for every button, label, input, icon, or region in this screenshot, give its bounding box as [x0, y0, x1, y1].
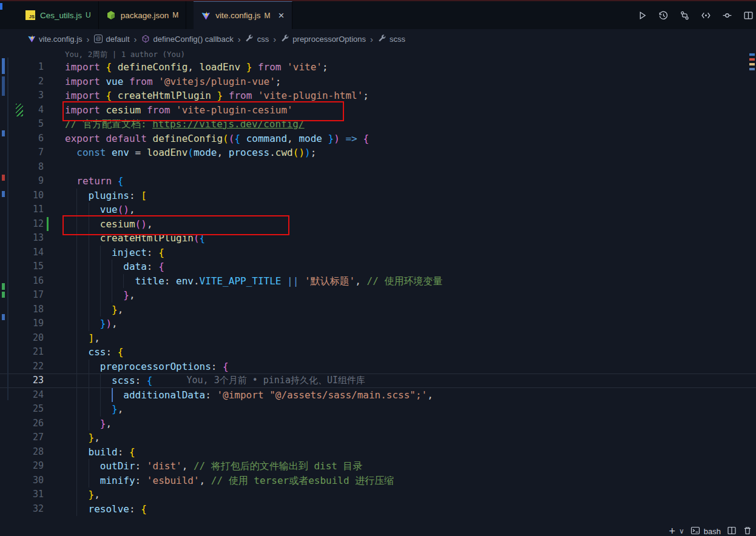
- code-text: outDir: 'dist', // 将打包后的文件输出到 dist 目录: [65, 459, 363, 474]
- breadcrumb-item-scss[interactable]: scss: [377, 35, 405, 44]
- editor-toolbar: [635, 1, 756, 29]
- overview-ruler[interactable]: [748, 49, 756, 536]
- code-line-23[interactable]: 23 scss: {You, 3个月前 • pinia持久化、UI组件库: [0, 374, 756, 388]
- ruler-tick: [749, 68, 755, 70]
- code-line-27[interactable]: 27 },: [0, 430, 756, 445]
- code-line-31[interactable]: 31 },: [0, 487, 756, 502]
- breadcrumb-item-css[interactable]: css: [245, 35, 269, 44]
- code-text: build: {: [65, 445, 135, 460]
- indent-guide: [76, 231, 77, 246]
- indent-guide: [76, 288, 77, 303]
- code-line-20[interactable]: 20 ],: [0, 331, 756, 346]
- code-line-28[interactable]: 28 build: {: [0, 445, 756, 460]
- code-lines: 1import { defineConfig, loadEnv } from '…: [0, 60, 756, 516]
- indent-guide: [76, 317, 77, 331]
- code-line-26[interactable]: 26 },: [0, 417, 756, 431]
- code-line-11[interactable]: 11 vue(),: [0, 203, 756, 217]
- code-line-21[interactable]: 21 css: {: [0, 345, 756, 360]
- decoration-mark: [2, 292, 5, 298]
- code-line-10[interactable]: 10 plugins: [: [0, 189, 756, 203]
- tab-Ces_utils.js[interactable]: JSCes_utils.jsU: [18, 1, 99, 29]
- vite-icon-small: [27, 35, 36, 44]
- chevron-right-icon: ›: [134, 34, 137, 44]
- tab-label: package.json: [121, 11, 169, 20]
- terminal-dropdown-icon[interactable]: ∨: [679, 527, 684, 535]
- indent-guide: [112, 274, 112, 289]
- breadcrumb-item-vite-config-js[interactable]: vite.config.js: [27, 35, 83, 44]
- symbol-property-icon: [245, 35, 254, 44]
- split-editor-icon[interactable]: [720, 8, 734, 22]
- indent-guide: [100, 274, 101, 289]
- code-line-8[interactable]: 8: [0, 160, 756, 175]
- decoration-mark: [2, 283, 5, 290]
- code-text: data: {: [65, 260, 164, 274]
- ruler-tick: [749, 53, 755, 56]
- code-line-17[interactable]: 17 },: [0, 288, 756, 303]
- code-line-7[interactable]: 7 const env = loadEnv(mode, process.cwd(…: [0, 146, 756, 160]
- decoration-mark: [2, 76, 5, 96]
- code-line-15[interactable]: 15 data: {: [0, 260, 756, 274]
- indent-guide: [76, 502, 77, 517]
- code-line-24[interactable]: 24 additionalData: '@import "@/assets/sa…: [0, 388, 756, 403]
- tabs: JSCes_utils.jsUpackage.jsonMvite.config.…: [18, 1, 292, 29]
- split-terminal-icon[interactable]: [727, 526, 737, 536]
- vite-icon: [201, 11, 211, 21]
- code-line-2[interactable]: 2import vue from '@vitejs/plugin-vue';: [0, 75, 756, 89]
- tab-package.json[interactable]: package.jsonM: [99, 1, 187, 29]
- open-changes-icon[interactable]: [699, 8, 712, 22]
- code-line-4[interactable]: 4import cesium from 'vite-plugin-cesium': [0, 103, 756, 118]
- run-button[interactable]: [635, 8, 649, 22]
- code-line-6[interactable]: 6export default defineConfig(({ command,…: [0, 132, 756, 146]
- git-status-badge: U: [86, 11, 91, 19]
- tab-label: Ces_utils.js: [40, 11, 82, 20]
- code-line-22[interactable]: 22 preprocessorOptions: {: [0, 360, 756, 374]
- indent-guide: [76, 388, 77, 403]
- close-icon[interactable]: ×: [278, 10, 285, 21]
- code-editor[interactable]: You, 2周前 | 1 author (You) 1import { defi…: [0, 49, 756, 536]
- inline-blame: You, 3个月前 • pinia持久化、UI组件库: [187, 374, 366, 388]
- code-line-14[interactable]: 14 inject: {: [0, 246, 756, 260]
- symbol-method-icon: [141, 35, 150, 44]
- code-text: },: [65, 430, 100, 445]
- code-text: ],: [65, 331, 100, 346]
- code-text: }),: [65, 317, 118, 331]
- code-line-1[interactable]: 1import { defineConfig, loadEnv } from '…: [0, 60, 756, 75]
- code-line-25[interactable]: 25 },: [0, 402, 756, 417]
- code-line-18[interactable]: 18 },: [0, 303, 756, 317]
- timeline-icon[interactable]: [656, 8, 670, 22]
- indent-guide: [89, 474, 89, 488]
- code-text: },: [65, 303, 123, 317]
- breadcrumb-item-defineconfig-callback[interactable]: defineConfig() callback: [141, 35, 234, 44]
- code-text: import { createHtmlPlugin } from 'vite-p…: [65, 89, 369, 103]
- breadcrumb-item-default[interactable]: @default: [94, 35, 130, 44]
- code-line-5[interactable]: 5// 官方配置文档: https://vitejs.dev/config/: [0, 117, 756, 132]
- decoration-mark: [2, 58, 5, 74]
- terminal-icon: [690, 526, 700, 536]
- code-line-13[interactable]: 13 createHtmlPlugin({: [0, 231, 756, 246]
- code-text: const env = loadEnv(mode, process.cwd())…: [65, 146, 316, 160]
- git-compare-icon[interactable]: [678, 8, 691, 22]
- indent-guide: [100, 288, 101, 303]
- code-line-12[interactable]: 12 cesium(),: [0, 217, 756, 232]
- terminal-tab[interactable]: bash: [690, 526, 721, 536]
- code-text: additionalData: '@import "@/assets/sass/…: [65, 388, 433, 403]
- indent-guide: [112, 388, 113, 403]
- indent-guide: [89, 217, 89, 232]
- new-terminal-button[interactable]: +: [669, 525, 675, 536]
- code-line-29[interactable]: 29 outDir: 'dist', // 将打包后的文件输出到 dist 目录: [0, 459, 756, 474]
- indent-guide: [89, 260, 89, 274]
- kill-terminal-icon[interactable]: [743, 526, 752, 536]
- js-icon: JS: [25, 10, 35, 20]
- code-line-30[interactable]: 30 minify: 'esbuild', // 使用 terser或者esbu…: [0, 474, 756, 488]
- code-line-19[interactable]: 19 }),: [0, 317, 756, 331]
- split-square-icon[interactable]: [741, 8, 755, 22]
- code-line-32[interactable]: 32 resolve: {: [0, 502, 756, 517]
- tab-vite.config.js[interactable]: vite.config.jsM×: [194, 1, 292, 29]
- decoration-mark: [2, 314, 5, 320]
- code-line-16[interactable]: 16 title: env.VITE_APP_TITLE || '默认标题', …: [0, 274, 756, 289]
- code-line-3[interactable]: 3import { createHtmlPlugin } from 'vite-…: [0, 89, 756, 103]
- code-line-9[interactable]: 9 return {: [0, 174, 756, 189]
- decoration-mark: [2, 175, 5, 181]
- breadcrumb-item-preprocessoroptions[interactable]: preprocessorOptions: [280, 35, 366, 44]
- indent-guide: [76, 303, 77, 317]
